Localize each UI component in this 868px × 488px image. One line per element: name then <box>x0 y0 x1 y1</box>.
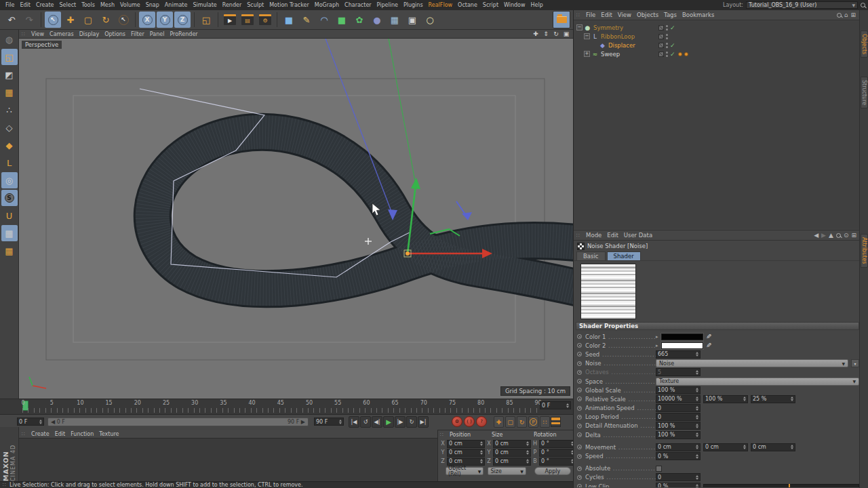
panel-grip-icon[interactable]: ∷ <box>576 232 580 239</box>
menu-script[interactable]: Script <box>480 2 501 8</box>
locked-workplane-button[interactable]: ▦ <box>1 243 18 259</box>
value-field[interactable]: 100 % <box>656 386 701 394</box>
value-field[interactable]: 100 % <box>703 395 748 403</box>
content-browser-button[interactable] <box>553 11 570 28</box>
add-spline-arc-button[interactable]: ◠ <box>316 12 332 28</box>
object-manager-menu-tags[interactable]: Tags <box>661 12 679 18</box>
menu-octane[interactable]: Octane <box>455 2 480 8</box>
value-field[interactable]: 100 % <box>656 431 701 439</box>
viewport-menu-view[interactable]: View <box>28 31 47 37</box>
stepper-icon[interactable] <box>791 396 793 401</box>
menu-window[interactable]: Window <box>501 2 528 8</box>
menu-render[interactable]: Render <box>220 2 244 8</box>
y-axis-lock[interactable]: Y <box>157 12 173 28</box>
layer-toggle-icon[interactable] <box>658 34 664 39</box>
menu-mesh[interactable]: Mesh <box>98 2 117 8</box>
render-picture-viewer-button[interactable]: ▤ <box>239 12 256 28</box>
attribute-manager-menu-mode[interactable]: Mode <box>583 232 604 239</box>
menu-realflow[interactable]: RealFlow <box>426 2 456 8</box>
eyedropper-icon[interactable]: ✎ <box>706 342 711 349</box>
record-rotation-button[interactable]: ↻ <box>517 416 527 428</box>
search-icon[interactable] <box>836 233 841 238</box>
next-frame-button[interactable]: |▶ <box>395 416 406 428</box>
record-parameter-button[interactable]: P <box>528 416 538 428</box>
panel-grip-icon[interactable]: ∷ <box>440 432 446 439</box>
viewport-canvas[interactable]: Perspective Grid Spacing : 10 cm <box>19 39 573 399</box>
stepper-icon[interactable] <box>526 441 529 446</box>
tab-basic[interactable]: Basic <box>576 251 606 260</box>
viewport-menu-cameras[interactable]: Cameras <box>47 31 77 37</box>
animation-dot-icon[interactable] <box>577 396 582 401</box>
cycle-button[interactable]: ↻ <box>406 416 417 428</box>
animation-dot-icon[interactable] <box>577 334 582 339</box>
animation-dot-icon[interactable] <box>577 343 582 348</box>
material-menu-texture[interactable]: Texture <box>96 431 121 437</box>
stepper-icon[interactable] <box>696 370 698 375</box>
search-icon[interactable] <box>861 3 865 7</box>
menu-pipeline[interactable]: Pipeline <box>374 2 401 8</box>
animation-dot-icon[interactable] <box>577 484 582 487</box>
ribbon-mesh[interactable] <box>153 132 573 289</box>
add-camera-button[interactable]: ▣ <box>404 12 420 28</box>
z-handle-arrowhead[interactable] <box>462 212 472 220</box>
value-field[interactable]: 0 cm <box>493 449 531 457</box>
material-menu-edit[interactable]: Edit <box>52 431 68 437</box>
attribute-manager-menu-edit[interactable]: Edit <box>604 232 620 239</box>
menu-simulate[interactable]: Simulate <box>190 2 219 8</box>
color-swatch-color-2[interactable] <box>661 342 703 349</box>
keyframe-presets-icon[interactable] <box>551 417 561 427</box>
lock-icon[interactable]: ⊙ <box>844 232 849 239</box>
menu-character[interactable]: Character <box>342 2 374 8</box>
model-mode-button[interactable]: ◩ <box>1 66 18 83</box>
add-generator-button[interactable]: ■ <box>334 12 350 28</box>
previous-frame-button[interactable]: ◀| <box>372 416 382 428</box>
add-floor-button[interactable]: ▦ <box>387 12 403 28</box>
value-field[interactable]: 100 % <box>656 422 701 430</box>
view-history-icon[interactable]: ◍ <box>1 31 18 47</box>
animation-dot-icon[interactable] <box>577 466 582 471</box>
stepper-icon[interactable] <box>339 420 342 424</box>
search-icon[interactable] <box>837 13 842 18</box>
add-cube-button[interactable]: ■ <box>281 12 297 28</box>
viewport-menu-panel[interactable]: Panel <box>147 31 167 37</box>
expander-icon[interactable]: − <box>576 24 583 30</box>
panel-grip-icon[interactable]: ∷ <box>576 12 580 18</box>
stepper-icon[interactable] <box>696 424 698 428</box>
record-active-objects-button[interactable]: ⚙ <box>452 416 462 427</box>
checkbox-absolute[interactable] <box>656 466 662 472</box>
maximize-view-icon[interactable]: ▣ <box>562 30 570 37</box>
menu-edit[interactable]: Edit <box>17 2 33 8</box>
value-field[interactable]: 0 cm <box>493 440 531 448</box>
animation-dot-icon[interactable] <box>577 370 582 375</box>
animation-dot-icon[interactable] <box>577 424 582 428</box>
size-mode-dropdown[interactable]: Size▼ <box>488 467 526 475</box>
loop-start-field[interactable]: 0 F <box>17 418 44 426</box>
value-field[interactable]: 0 cm <box>447 440 485 448</box>
object-manager-menu-view[interactable]: View <box>615 12 634 18</box>
menu-volume[interactable]: Volume <box>117 2 143 8</box>
value-field[interactable]: 0 cm <box>703 443 748 451</box>
coordinate-system-button[interactable]: ◱ <box>198 12 214 28</box>
magnet-snap-button[interactable]: U <box>1 207 18 224</box>
menu-animate[interactable]: Animate <box>162 2 191 8</box>
animation-dot-icon[interactable] <box>577 379 582 384</box>
menu-plugins[interactable]: Plugins <box>401 2 426 8</box>
layout-dropdown[interactable]: Tutorial_OBS_16_9 (User) ▼ <box>746 1 858 9</box>
layer-toggle-icon[interactable] <box>658 25 664 30</box>
object-manager-menu-objects[interactable]: Objects <box>634 12 661 18</box>
move-tool[interactable]: ✚ <box>62 12 79 28</box>
animation-dot-icon[interactable] <box>577 406 582 411</box>
visibility-dots-icon[interactable] <box>666 52 668 57</box>
stepper-icon[interactable] <box>696 432 698 437</box>
workplane-button[interactable]: ▦ <box>1 225 18 241</box>
expander-icon[interactable]: + <box>584 51 590 57</box>
value-field[interactable]: 25 % <box>751 395 795 403</box>
stepper-icon[interactable] <box>566 403 569 408</box>
menu-motion-tracker[interactable]: Motion Tracker <box>267 2 312 8</box>
menu-snap[interactable]: Snap <box>143 2 162 8</box>
points-mode-button[interactable]: ∴ <box>1 102 18 118</box>
play-backwards-button[interactable]: ↺ <box>360 416 371 428</box>
coords-mode-dropdown[interactable]: Object (Rel)▼ <box>446 467 484 475</box>
enable-check-icon[interactable]: ✓ <box>670 42 676 49</box>
layer-toggle-icon[interactable] <box>658 52 664 57</box>
